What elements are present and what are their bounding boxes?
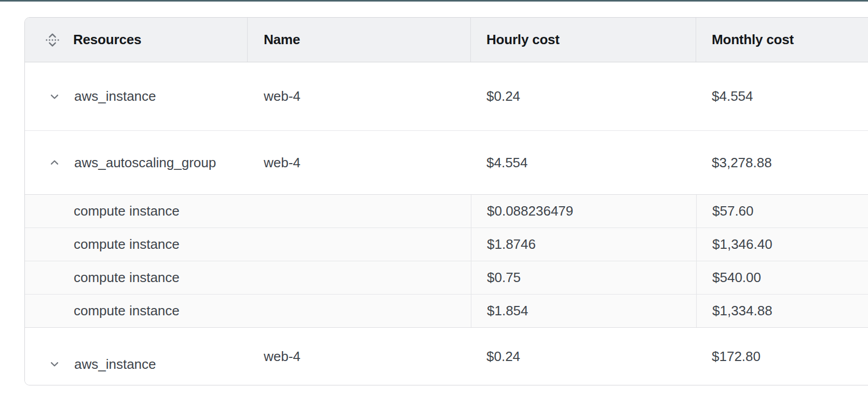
column-header-resources: Resources: [25, 18, 248, 62]
resource-cell: aws_instance: [25, 62, 248, 130]
hourly-cost-value: $0.24: [486, 349, 520, 365]
monthly-cost-cell: $3,278.88: [696, 131, 868, 194]
table-subrow: compute instance $1.8746 $1,346.40: [25, 228, 868, 261]
column-header-monthly-cost: Monthly cost: [696, 18, 868, 62]
monthly-cost-cell: $57.60: [696, 195, 868, 228]
column-header-label: Hourly cost: [486, 32, 560, 48]
monthly-cost-value: $3,278.88: [712, 155, 772, 171]
hourly-cost-value: $1.854: [487, 303, 528, 319]
table-row[interactable]: aws_instance web-4 $0.24 $4.554: [25, 62, 868, 131]
hourly-cost-cell: $0.75: [471, 261, 696, 294]
hourly-cost-cell: $1.854: [471, 295, 696, 327]
name-cell: [248, 195, 471, 228]
cost-component: compute instance: [74, 270, 180, 286]
resource-cell: aws_autoscaling_group: [25, 131, 248, 194]
column-header-label: Name: [264, 32, 300, 48]
hourly-cost-cell: $4.554: [471, 131, 696, 194]
table-row[interactable]: aws_instance web-4 $0.24 $172.80: [25, 328, 868, 385]
row-reorder-icon[interactable]: [45, 32, 60, 48]
cost-table: Resources Name Hourly cost Monthly cost …: [24, 17, 868, 385]
resource-type: aws_autoscaling_group: [74, 155, 216, 171]
monthly-cost-cell: $1,334.88: [696, 295, 868, 327]
column-header-label: Resources: [73, 32, 141, 48]
name-cell: web-4: [248, 131, 471, 194]
resource-cell: compute instance: [25, 261, 248, 294]
hourly-cost-value: $0.24: [486, 88, 520, 104]
chevron-up-icon[interactable]: [48, 156, 61, 169]
table-subrow: compute instance $0.088236479 $57.60: [25, 195, 868, 228]
resource-cell: compute instance: [25, 295, 248, 327]
resource-cell: aws_instance: [25, 336, 248, 385]
name-cell: [248, 295, 471, 327]
cost-component: compute instance: [74, 303, 180, 319]
column-header-name: Name: [248, 18, 471, 62]
table-subrow: compute instance $1.854 $1,334.88: [25, 295, 868, 328]
hourly-cost-cell: $0.24: [471, 328, 696, 385]
resource-type: aws_instance: [74, 88, 156, 104]
hourly-cost-value: $1.8746: [487, 236, 536, 252]
resource-cell: compute instance: [25, 228, 248, 261]
top-accent-bar: [0, 0, 868, 2]
hourly-cost-cell: $0.088236479: [471, 195, 696, 228]
name-cell: [248, 261, 471, 294]
chevron-down-icon[interactable]: [48, 357, 61, 371]
hourly-cost-value: $4.554: [486, 155, 528, 171]
hourly-cost-cell: $0.24: [471, 62, 696, 130]
resource-name: web-4: [264, 349, 301, 365]
resource-name: web-4: [264, 88, 301, 104]
cost-component: compute instance: [74, 236, 180, 252]
monthly-cost-value: $172.80: [712, 349, 761, 365]
monthly-cost-value: $540.00: [712, 270, 761, 286]
monthly-cost-cell: $1,346.40: [696, 228, 868, 261]
monthly-cost-value: $4.554: [712, 88, 753, 104]
monthly-cost-cell: $4.554: [696, 62, 868, 130]
name-cell: web-4: [248, 328, 471, 385]
column-header-hourly-cost: Hourly cost: [471, 18, 696, 62]
monthly-cost-cell: $172.80: [696, 328, 868, 385]
resource-type: aws_instance: [74, 356, 156, 372]
hourly-cost-value: $0.088236479: [487, 203, 573, 219]
monthly-cost-value: $1,346.40: [712, 236, 772, 252]
table-subrow: compute instance $0.75 $540.00: [25, 261, 868, 295]
name-cell: [248, 228, 471, 261]
page: Resources Name Hourly cost Monthly cost …: [0, 0, 868, 414]
cost-component: compute instance: [74, 203, 180, 219]
monthly-cost-cell: $540.00: [696, 261, 868, 294]
table-header-row: Resources Name Hourly cost Monthly cost: [25, 18, 868, 62]
monthly-cost-value: $1,334.88: [712, 303, 772, 319]
resource-cell: compute instance: [25, 195, 248, 228]
monthly-cost-value: $57.60: [712, 203, 754, 219]
hourly-cost-value: $0.75: [487, 270, 521, 286]
resource-name: web-4: [264, 155, 301, 171]
hourly-cost-cell: $1.8746: [471, 228, 696, 261]
column-header-label: Monthly cost: [712, 32, 794, 48]
name-cell: web-4: [248, 62, 471, 130]
chevron-down-icon[interactable]: [48, 90, 61, 103]
table-row[interactable]: aws_autoscaling_group web-4 $4.554 $3,27…: [25, 131, 868, 195]
